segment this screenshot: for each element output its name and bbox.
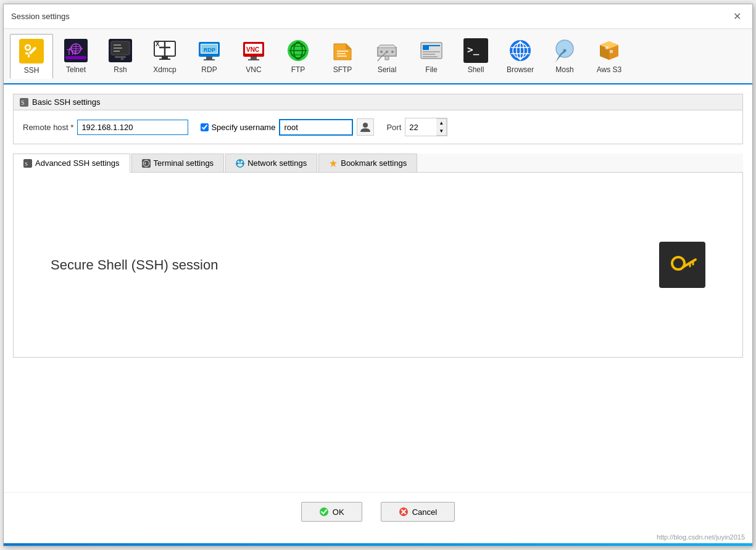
protocol-rdp[interactable]: RDP RDP: [188, 34, 231, 78]
serial-label: Serial: [378, 65, 397, 74]
cancel-label: Cancel: [412, 507, 437, 517]
close-button[interactable]: ✕: [729, 9, 745, 23]
ftp-icon: [286, 38, 310, 63]
footer-url: http://blog.csdn.net/juyin2015: [4, 531, 752, 543]
svg-text:X: X: [156, 41, 160, 47]
svg-rect-7: [65, 56, 86, 59]
network-tab-icon: [236, 159, 244, 168]
username-input[interactable]: [279, 119, 353, 136]
content-area: S Basic SSH settings Remote host * Speci…: [4, 84, 752, 492]
rsh-icon: [108, 38, 133, 63]
session-settings-dialog: Session settings ✕ SSH: [3, 4, 753, 546]
svg-text:VNC: VNC: [246, 46, 259, 53]
user-browse-button[interactable]: [357, 118, 374, 136]
svg-rect-50: [423, 51, 440, 52]
protocol-rsh[interactable]: Rsh: [99, 34, 142, 78]
svg-text:S: S: [25, 161, 28, 167]
basic-ssh-body: Remote host * Specify username: [14, 110, 742, 144]
protocol-mosh[interactable]: Mosh: [543, 34, 586, 78]
tabs-bar: S Advanced SSH settings Terminal setting…: [13, 154, 743, 173]
remote-host-group: Remote host *: [23, 120, 188, 135]
svg-point-63: [563, 49, 567, 52]
svg-point-78: [237, 162, 239, 164]
ssh-label: SSH: [24, 66, 39, 75]
specify-username-text: Specify username: [211, 123, 275, 132]
protocol-serial[interactable]: Serial: [365, 34, 409, 78]
tab-content-area: Secure Shell (SSH) session: [13, 173, 743, 358]
sftp-label: SFTP: [333, 65, 352, 74]
rdp-label: RDP: [201, 65, 217, 74]
svg-rect-49: [423, 45, 440, 46]
port-increment-button[interactable]: ▲: [436, 119, 446, 127]
svg-rect-68: [605, 46, 609, 49]
network-tab-label: Network settings: [247, 158, 307, 168]
vnc-icon: VNC: [241, 38, 266, 63]
specify-username-checkbox[interactable]: [201, 123, 209, 131]
svg-rect-32: [251, 57, 257, 59]
tab-bookmark[interactable]: Bookmark settings: [318, 154, 417, 172]
tab-network[interactable]: Network settings: [225, 154, 317, 172]
session-description: Secure Shell (SSH) session: [51, 257, 218, 273]
svg-point-72: [363, 123, 368, 128]
protocol-awss3[interactable]: Aws S3: [588, 34, 631, 78]
svg-rect-16: [115, 56, 126, 58]
basic-ssh-section: S Basic SSH settings Remote host * Speci…: [13, 94, 743, 144]
svg-point-80: [239, 160, 241, 162]
svg-rect-27: [206, 57, 212, 59]
protocol-browser[interactable]: Browser: [499, 34, 542, 78]
shell-icon: >_: [463, 38, 488, 63]
dialog-title: Session settings: [11, 12, 70, 21]
tab-terminal[interactable]: Terminal settings: [131, 154, 225, 172]
xdmcp-label: Xdmcp: [153, 65, 176, 74]
vnc-label: VNC: [246, 65, 261, 74]
cancel-icon: [399, 507, 409, 517]
ftp-label: FTP: [291, 65, 305, 74]
file-icon: [419, 38, 444, 63]
ok-button[interactable]: OK: [301, 502, 362, 522]
serial-icon: [375, 38, 399, 63]
terminal-tab-label: Terminal settings: [154, 158, 214, 168]
svg-rect-46: [385, 56, 389, 60]
protocol-telnet[interactable]: Tn Telnet: [54, 34, 98, 78]
ssh-icon: [19, 39, 44, 64]
svg-rect-3: [28, 54, 30, 57]
rdp-icon: RDP: [197, 38, 222, 63]
cancel-button[interactable]: Cancel: [381, 502, 455, 522]
svg-rect-69: [610, 50, 613, 53]
key-svg: [667, 250, 698, 281]
protocol-sftp[interactable]: SFTP: [321, 34, 364, 78]
bookmark-tab-icon: [329, 159, 338, 168]
telnet-label: Telnet: [66, 65, 86, 74]
terminal-tab-icon: [142, 159, 151, 168]
protocol-ftp[interactable]: FTP: [276, 34, 320, 78]
protocol-file[interactable]: File: [410, 34, 453, 78]
svg-rect-22: [159, 59, 170, 60]
svg-text:RDP: RDP: [204, 47, 215, 53]
port-decrement-button[interactable]: ▼: [436, 127, 446, 135]
protocol-vnc[interactable]: VNC VNC: [232, 34, 275, 78]
tab-advanced-ssh[interactable]: S Advanced SSH settings: [13, 154, 130, 173]
svg-rect-2: [25, 52, 28, 54]
protocol-ssh[interactable]: SSH: [10, 34, 53, 79]
remote-host-label: Remote host *: [23, 123, 73, 132]
rsh-label: Rsh: [114, 65, 127, 74]
advanced-ssh-tab-label: Advanced SSH settings: [35, 158, 120, 168]
xdmcp-icon: X: [152, 38, 177, 63]
port-input[interactable]: [405, 118, 436, 136]
protocol-xdmcp[interactable]: X Xdmcp: [143, 34, 186, 78]
remote-host-input[interactable]: [77, 120, 188, 135]
protocol-shell[interactable]: >_ Shell: [454, 34, 497, 78]
bookmark-tab-label: Bookmark settings: [341, 158, 407, 168]
specify-username-group: Specify username: [201, 118, 374, 136]
awss3-icon: [597, 38, 621, 63]
port-label: Port: [386, 123, 401, 132]
svg-rect-21: [162, 56, 168, 59]
ssh-section-icon: S: [20, 98, 28, 107]
protocol-bar: SSH Tn Telnet: [4, 29, 752, 84]
title-bar: Session settings ✕: [4, 4, 752, 29]
svg-rect-51: [423, 54, 435, 55]
specify-username-label[interactable]: Specify username: [201, 123, 275, 132]
advanced-tab-icon: S: [23, 159, 32, 168]
basic-ssh-header: S Basic SSH settings: [14, 94, 742, 110]
awss3-label: Aws S3: [597, 65, 621, 74]
